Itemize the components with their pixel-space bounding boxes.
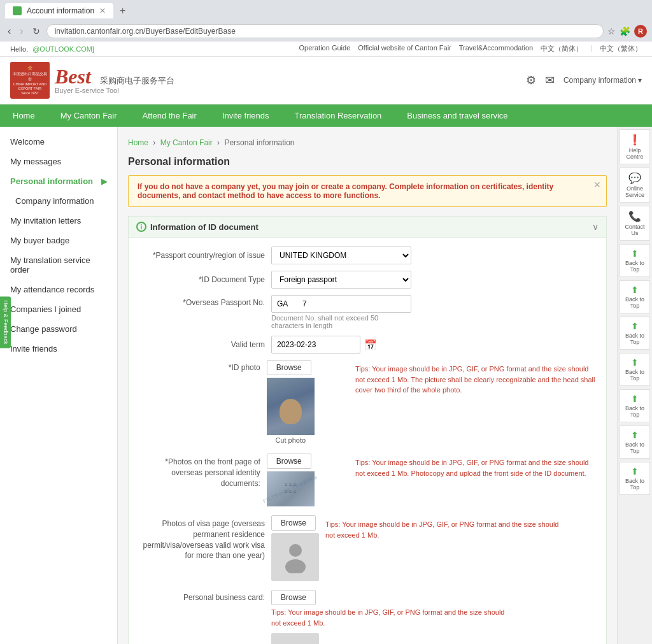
right-sidebar-help[interactable]: ❗ Help Centre	[620, 129, 650, 164]
feedback-tab[interactable]: Help & Feedback	[0, 296, 11, 348]
mail-icon[interactable]: ✉	[545, 73, 555, 87]
business-card-row: Personal business card: Browse Tips: You…	[138, 590, 597, 644]
right-sidebar-online[interactable]: 💬 Online Service	[620, 168, 650, 203]
sidebar-item-attendance[interactable]: My attendance records	[0, 280, 117, 299]
sidebar-item-change-password[interactable]: Change password	[0, 319, 117, 339]
address-bar: ‹ › ↻ invitation.cantonfair.org.cn/Buyer…	[0, 22, 652, 41]
sidebar-label-invitation-letters: My invitation letters	[10, 216, 81, 225]
calendar-icon[interactable]: 📅	[364, 339, 377, 351]
logo-area: ☆ 中国进出口商品交易会 CHINA IMPORT AND EXPORT FAI…	[10, 62, 174, 99]
right-sidebar-top1[interactable]: ⬆ Back to Top	[620, 244, 650, 277]
id-doc-type-row: *ID Document Type Foreign passport	[138, 271, 597, 289]
passport-country-select[interactable]: UNITED KINGDOM	[271, 247, 411, 264]
chinese-simplified-link[interactable]: 中文（简体）	[541, 44, 583, 54]
section-header[interactable]: i Information of ID document ∨	[128, 216, 607, 238]
visa-page-browse-button[interactable]: Browse	[271, 515, 316, 531]
section-body: *Passport country/region of issue UNITED…	[128, 238, 607, 644]
breadcrumb-home[interactable]: Home	[128, 138, 148, 147]
breadcrumb: Home › My Canton Fair › Personal informa…	[128, 134, 607, 151]
bookmark-icon[interactable]: ☆	[607, 26, 616, 36]
nav-business-travel[interactable]: Business and travel service	[394, 104, 520, 127]
breadcrumb-sep1: ›	[153, 138, 155, 147]
nav-translation[interactable]: Translation Reservation	[282, 104, 395, 127]
sidebar-item-buyer-badge[interactable]: My buyer badge	[0, 231, 117, 250]
header-right: ⚙ ✉ Company information ▾	[526, 73, 642, 87]
nav-home[interactable]: Home	[0, 104, 48, 127]
settings-icon[interactable]: ⚙	[526, 73, 536, 87]
travel-link[interactable]: Travel&Accommodation	[459, 44, 533, 54]
sidebar-item-personal-info[interactable]: Personal information ▶	[0, 171, 117, 191]
address-input-container[interactable]: invitation.cantonfair.org.cn/BuyerBase/E…	[46, 24, 604, 38]
sidebar-item-invitation-letters[interactable]: My invitation letters	[0, 211, 117, 231]
sidebar-item-welcome[interactable]: Welcome	[0, 132, 117, 152]
company-info-label: Company information	[563, 76, 636, 85]
front-page-browse-button[interactable]: Browse	[267, 454, 311, 469]
official-site-link[interactable]: Official website of Canton Fair	[358, 44, 451, 54]
sidebar-item-invite-friends[interactable]: Invite friends	[0, 339, 117, 359]
id-photo-container: Cut photo	[267, 378, 315, 444]
company-info-btn[interactable]: Company information ▾	[563, 76, 642, 85]
logo-best-text: Best 采购商电子服务平台	[55, 66, 174, 87]
sidebar-item-companies-joined[interactable]: Companies I joined	[0, 299, 117, 319]
id-doc-type-select[interactable]: Foreign passport	[271, 271, 411, 289]
id-photo-upload-section: Browse Cut photo	[267, 360, 349, 445]
tab-favicon	[13, 6, 22, 15]
operation-guide-link[interactable]: Operation Guide	[299, 44, 351, 54]
reload-button[interactable]: ↻	[30, 25, 43, 38]
profile-icon[interactable]: R	[634, 25, 647, 38]
back-to-top-icon-5: ⬆	[621, 394, 648, 404]
new-tab-icon[interactable]: +	[117, 5, 128, 17]
right-sidebar-top2[interactable]: ⬆ Back to Top	[620, 280, 650, 313]
browser-chrome: Account information ✕ +	[0, 0, 652, 22]
back-to-top-label-1: Back to Top	[625, 260, 644, 273]
passport-country-row: *Passport country/region of issue UNITED…	[138, 247, 597, 264]
forward-button[interactable]: ›	[17, 24, 25, 38]
visa-page-field: Browse Tips: Your image should be in JPG…	[271, 515, 567, 581]
sidebar-item-messages[interactable]: My messages	[0, 152, 117, 171]
sidebar-item-company-info[interactable]: Company information	[0, 191, 117, 211]
close-alert-icon[interactable]: ✕	[593, 180, 601, 190]
nav-attend-fair[interactable]: Attend the Fair	[130, 104, 209, 127]
section-chevron-icon: ∨	[592, 222, 599, 232]
back-to-top-icon-7: ⬆	[621, 466, 648, 476]
top-bar: Hello, @OUTLOOK.COM] Operation Guide Off…	[0, 41, 652, 57]
back-to-top-icon-2: ⬆	[621, 285, 648, 295]
chinese-traditional-link[interactable]: 中文（繁体）	[600, 44, 642, 54]
front-page-row: *Photos on the front page of overseas pe…	[138, 454, 597, 506]
page-body: Help & Feedback Welcome My messages Pers…	[0, 127, 652, 644]
right-sidebar-contact[interactable]: 📞 Contact Us	[620, 206, 650, 241]
user-email: @OUTLOOK.COM]	[32, 45, 94, 53]
back-to-top-icon-6: ⬆	[621, 430, 648, 440]
passport-no-input[interactable]	[271, 295, 411, 313]
right-sidebar-top4[interactable]: ⬆ Back to Top	[620, 353, 650, 386]
right-sidebar-top5[interactable]: ⬆ Back to Top	[620, 389, 650, 422]
logo-subtitle: Buyer E-service Tool	[55, 87, 174, 94]
id-doc-type-field: Foreign passport	[271, 271, 411, 289]
browser-tab[interactable]: Account information ✕	[5, 3, 113, 18]
valid-term-input[interactable]	[271, 336, 360, 354]
passport-no-field: Document No. shall not exceed 50 charact…	[271, 295, 411, 329]
right-sidebar-top7[interactable]: ⬆ Back to Top	[620, 462, 650, 495]
business-card-browse-button[interactable]: Browse	[271, 590, 316, 605]
sidebar-item-translation-order[interactable]: My translation service order	[0, 250, 117, 280]
close-icon[interactable]: ✕	[99, 6, 106, 15]
sidebar-label-messages: My messages	[10, 157, 61, 166]
back-to-top-label-5: Back to Top	[625, 405, 644, 418]
right-sidebar-top3[interactable]: ⬆ Back to Top	[620, 317, 650, 350]
extensions-icon[interactable]: 🧩	[620, 26, 630, 36]
right-sidebar-top6[interactable]: ⬆ Back to Top	[620, 426, 650, 459]
nav-invite-friends[interactable]: Invite friends	[209, 104, 282, 127]
sidebar-label-buyer-badge: My buyer badge	[10, 236, 69, 245]
back-to-top-icon-3: ⬆	[621, 321, 648, 331]
nav-my-canton-fair[interactable]: My Canton Fair	[48, 104, 130, 127]
passport-no-row: *Overseas Passport No. Document No. shal…	[138, 295, 597, 329]
id-photo-browse-button[interactable]: Browse	[267, 360, 311, 375]
back-to-top-label-7: Back to Top	[625, 478, 644, 490]
person-placeholder-icon	[283, 541, 308, 573]
breadcrumb-my-canton-fair[interactable]: My Canton Fair	[160, 138, 213, 147]
front-page-image-container: ≡ ≡ ≡ ≡ ≡ ≡ FILTRADE TRADING	[267, 471, 315, 506]
back-button[interactable]: ‹	[5, 24, 13, 38]
front-page-upload-section: Browse ≡ ≡ ≡ ≡ ≡ ≡ FILTRADE TRADING	[267, 454, 349, 506]
sidebar-arrow-icon: ▶	[101, 177, 107, 186]
valid-term-field: 📅	[271, 336, 377, 354]
